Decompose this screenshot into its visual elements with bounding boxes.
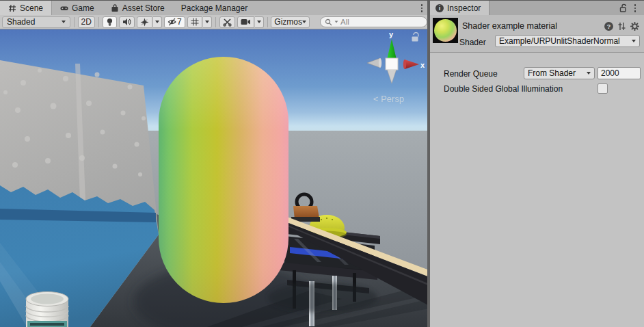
gamepad-icon	[60, 4, 68, 12]
presets-icon[interactable]	[617, 22, 626, 31]
hidden-eye-icon	[167, 18, 176, 26]
toolbar-separator	[74, 17, 75, 27]
gear-icon[interactable]	[630, 22, 639, 31]
paint-bucket[interactable]	[26, 292, 68, 327]
chevron-down-icon	[155, 21, 159, 23]
effects-dropdown-button[interactable]	[153, 16, 162, 28]
scene-search-field[interactable]	[320, 16, 427, 27]
render-queue-dropdown[interactable]: From Shader	[524, 67, 595, 79]
inspector-panel: i Inspector Shader example material ?	[430, 1, 644, 327]
lighting-toggle-button[interactable]	[103, 16, 117, 28]
material-header: Shader example material ?	[430, 15, 644, 53]
camera-dropdown-button[interactable]	[255, 16, 264, 28]
tab-game[interactable]: Game	[52, 1, 103, 15]
render-queue-value-field[interactable]: 2000	[598, 67, 641, 79]
scene-visibility-button[interactable]: 7	[164, 16, 185, 28]
grid-dropdown-button[interactable]	[203, 16, 212, 28]
toolbar-separator	[98, 17, 99, 27]
material-sphere-thumbnail	[434, 19, 457, 42]
scene-grid-icon	[8, 4, 16, 12]
unity-editor-window: Scene Game Asset Store Package Manager	[0, 0, 644, 327]
search-filter-chevron-icon	[335, 21, 338, 23]
tab-package-manager-label: Package Manager	[181, 3, 247, 13]
tab-scene[interactable]: Scene	[0, 1, 52, 15]
tab-inspector-label: Inspector	[447, 3, 481, 13]
tab-game-label: Game	[72, 3, 94, 13]
chevron-down-icon	[302, 21, 306, 23]
tab-inspector[interactable]: i Inspector	[430, 1, 489, 15]
effects-toggle-button[interactable]	[137, 16, 152, 28]
gizmo-cube[interactable]	[386, 58, 398, 70]
material-name: Shader example material	[462, 21, 557, 31]
help-icon[interactable]: ?	[604, 22, 613, 31]
chevron-down-icon	[587, 72, 591, 75]
camera-icon	[241, 18, 251, 25]
camera-settings-button[interactable]	[237, 16, 254, 28]
draw-mode-dropdown[interactable]: Shaded	[2, 16, 70, 28]
tab-scene-label: Scene	[20, 3, 43, 13]
render-queue-label: Render Queue	[444, 69, 498, 79]
inspector-tabstrip: i Inspector	[430, 1, 644, 15]
toggle-2d-label: 2D	[81, 17, 92, 27]
tab-asset-store[interactable]: Asset Store	[103, 1, 173, 15]
lightbulb-icon	[106, 18, 113, 27]
chevron-down-icon	[257, 21, 261, 23]
lock-open-icon[interactable]	[619, 3, 628, 12]
asset-store-bag-icon	[111, 4, 119, 12]
editor-tools-button[interactable]	[219, 16, 235, 28]
tab-asset-store-label: Asset Store	[122, 3, 165, 13]
axis-x-label: x	[420, 61, 425, 69]
render-queue-row: Render Queue From Shader 2000	[430, 67, 644, 79]
info-icon: i	[435, 4, 444, 12]
gizmos-label: Gizmos	[274, 17, 302, 27]
capsule-object[interactable]	[159, 57, 289, 303]
chevron-down-icon	[205, 21, 209, 23]
axis-y-label: y	[389, 30, 394, 38]
render-queue-mode: From Shader	[528, 68, 576, 78]
toggle-2d-button[interactable]: 2D	[78, 16, 95, 28]
grid-icon	[191, 18, 199, 26]
dsgi-label: Double Sided Global Illumination	[444, 84, 563, 94]
shader-value: Example/URPUnlitShaderNormal	[499, 36, 620, 46]
toolbar-separator	[215, 17, 216, 27]
tab-package-manager[interactable]: Package Manager	[173, 1, 256, 15]
draw-mode-label: Shaded	[7, 17, 35, 27]
effects-star-icon	[140, 18, 149, 27]
scene-panel: Scene Game Asset Store Package Manager	[0, 1, 429, 327]
scene-toolbar: Shaded 2D	[0, 15, 429, 29]
chevron-down-icon	[62, 21, 66, 23]
shader-label: Shader	[459, 38, 486, 47]
inspector-menu-icon[interactable]	[630, 3, 640, 14]
shader-dropdown[interactable]: Example/URPUnlitShaderNormal	[495, 35, 640, 47]
toolbar-separator	[267, 17, 268, 27]
audio-toggle-button[interactable]	[119, 16, 135, 28]
hidden-count-label: 7	[177, 17, 182, 27]
scene-viewport[interactable]: y x < Persp	[0, 29, 429, 327]
scene-panel-menu-icon[interactable]	[417, 3, 427, 14]
gizmos-dropdown[interactable]: Gizmos	[271, 16, 310, 28]
grid-visibility-button[interactable]	[187, 16, 202, 28]
dsgi-checkbox[interactable]	[598, 83, 608, 94]
search-icon	[325, 18, 332, 26]
dsgi-row: Double Sided Global Illumination	[430, 83, 644, 95]
search-input[interactable]	[340, 18, 422, 26]
projection-mode-label[interactable]: < Persp	[373, 94, 404, 104]
scene-tabstrip: Scene Game Asset Store Package Manager	[0, 1, 429, 15]
chevron-down-icon	[632, 40, 636, 42]
material-preview[interactable]	[433, 18, 458, 43]
tools-icon	[223, 18, 232, 27]
speaker-icon	[122, 18, 131, 26]
